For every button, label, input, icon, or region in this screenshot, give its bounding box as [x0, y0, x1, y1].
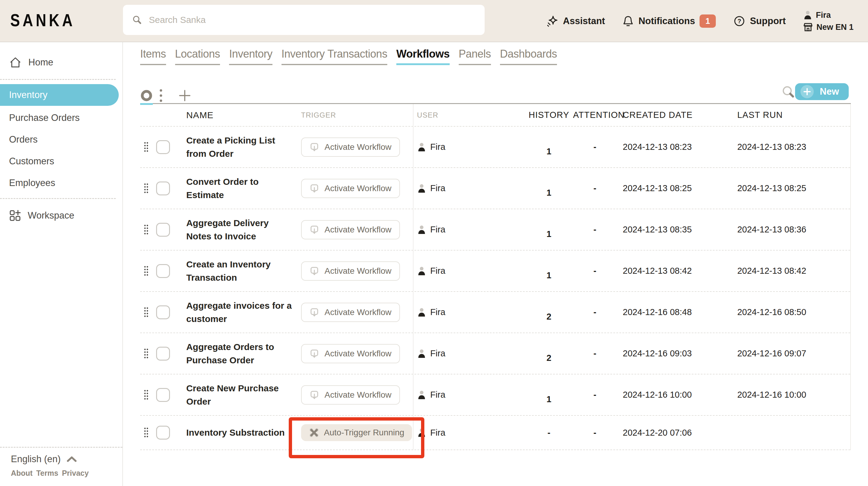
sidebar-item-orders[interactable]: Orders: [0, 129, 122, 150]
new-button-label: New: [820, 86, 839, 97]
sidebar-divider: [0, 79, 116, 80]
workflow-name[interactable]: Create a Picking List from Order: [174, 134, 298, 160]
svg-text:?: ?: [738, 18, 741, 24]
language-selector[interactable]: English (en): [11, 454, 122, 464]
workflow-name[interactable]: Inventory Substraction: [174, 426, 298, 439]
attention-value: -: [573, 142, 617, 152]
view-tab-circle[interactable]: [140, 89, 153, 102]
new-workflow-button[interactable]: New: [795, 83, 849, 100]
created-date: 2024-12-13 08:25: [617, 183, 710, 193]
support-button[interactable]: ? Support: [733, 15, 786, 27]
user-name: Fira: [430, 390, 445, 400]
drag-handle-icon[interactable]: [140, 141, 152, 154]
top-bar: SANKA Search Sanka Assistant Notificatio…: [0, 0, 868, 42]
table-row: Create a Picking List from Order Activat…: [140, 127, 850, 168]
table-search-icon[interactable]: [781, 84, 795, 99]
notifications-button[interactable]: Notifications 1: [622, 14, 716, 28]
sidebar-footer: English (en) About Terms Privacy: [0, 447, 122, 486]
row-checkbox[interactable]: [156, 182, 170, 195]
workflow-name[interactable]: Aggregate invoices for a customer: [174, 299, 298, 326]
history-count[interactable]: 1: [525, 270, 573, 280]
user-menu[interactable]: Fira New EN 1: [803, 10, 854, 32]
created-date: 2024-12-13 08:23: [617, 142, 710, 152]
activate-workflow-button[interactable]: Activate Workflow: [301, 262, 400, 281]
assistant-button[interactable]: Assistant: [547, 15, 605, 27]
user-name: Fira: [816, 10, 831, 20]
auto-trigger-running-badge[interactable]: Auto-Trigger Running: [301, 424, 412, 441]
activate-workflow-button[interactable]: Activate Workflow: [301, 344, 400, 363]
user-name: Fira: [430, 224, 445, 235]
col-user: USER: [417, 111, 438, 119]
sidebar-item-label: Home: [28, 57, 53, 68]
history-count[interactable]: 1: [525, 229, 573, 239]
col-history: HISTORY: [525, 110, 573, 120]
tab-workflows[interactable]: Workflows: [396, 48, 450, 65]
user-name: Fira: [430, 142, 445, 152]
sidebar-item-home[interactable]: Home: [0, 50, 122, 75]
created-date: 2024-12-16 09:03: [617, 348, 710, 359]
row-checkbox[interactable]: [156, 426, 170, 439]
sidebar-item-label: Employees: [9, 178, 55, 188]
row-checkbox[interactable]: [156, 347, 170, 361]
tab-items[interactable]: Items: [140, 48, 166, 65]
history-count[interactable]: 2: [525, 353, 573, 363]
drag-handle-icon[interactable]: [140, 388, 152, 402]
add-view-plus-icon[interactable]: [177, 88, 192, 103]
row-checkbox[interactable]: [156, 264, 170, 278]
row-checkbox[interactable]: [156, 388, 170, 402]
sidebar-item-employees[interactable]: Employees: [0, 172, 122, 194]
row-checkbox[interactable]: [156, 223, 170, 237]
view-options-kebab-icon[interactable]: [155, 88, 167, 103]
privacy-link[interactable]: Privacy: [62, 469, 89, 478]
terms-link[interactable]: Terms: [36, 469, 58, 478]
search-icon: [132, 15, 142, 25]
drag-handle-icon[interactable]: [140, 426, 152, 439]
search-placeholder: Search Sanka: [149, 15, 206, 25]
question-circle-icon: ?: [733, 15, 745, 27]
workflow-name[interactable]: Create an Inventory Transaction: [174, 258, 298, 284]
tab-panels[interactable]: Panels: [459, 48, 491, 65]
sidebar-item-label: Orders: [9, 134, 38, 145]
activate-workflow-button[interactable]: Activate Workflow: [301, 303, 400, 322]
sidebar-item-purchase-orders[interactable]: Purchase Orders: [0, 107, 122, 129]
tab-inventory[interactable]: Inventory: [229, 48, 273, 65]
history-count[interactable]: 1: [525, 147, 573, 156]
table-row: Inventory Substraction Auto-Trigger Runn…: [140, 416, 850, 450]
sidebar-item-label: Customers: [9, 156, 54, 167]
drag-handle-icon[interactable]: [140, 306, 152, 319]
activate-workflow-button[interactable]: Activate Workflow: [301, 385, 400, 404]
activate-workflow-button[interactable]: Activate Workflow: [301, 138, 400, 157]
tab-inventory-transactions[interactable]: Inventory Transactions: [281, 48, 387, 65]
notifications-count-badge: 1: [700, 14, 716, 28]
activate-workflow-button[interactable]: Activate Workflow: [301, 179, 400, 198]
global-search-input[interactable]: Search Sanka: [123, 5, 485, 35]
workflow-name[interactable]: Aggregate Orders to Purchase Order: [174, 340, 298, 367]
row-checkbox[interactable]: [156, 305, 170, 319]
drag-handle-icon[interactable]: [140, 265, 152, 278]
workflow-name[interactable]: Convert Order to Estimate: [174, 175, 298, 202]
attention-value: -: [573, 266, 617, 276]
sidebar-item-workspace[interactable]: Workspace: [0, 203, 122, 228]
tab-dashboards[interactable]: Dashboards: [500, 48, 557, 65]
activate-workflow-button[interactable]: Activate Workflow: [301, 220, 400, 239]
workflow-name[interactable]: Aggregate Delivery Notes to Invoice: [174, 216, 298, 243]
attention-value: -: [573, 183, 617, 193]
history-count[interactable]: 1: [525, 188, 573, 198]
drag-handle-icon[interactable]: [140, 182, 152, 195]
user-name: Fira: [430, 266, 445, 276]
about-link[interactable]: About: [11, 469, 33, 478]
history-count[interactable]: 1: [525, 394, 573, 404]
workflow-name[interactable]: Create New Purchase Order: [174, 382, 298, 408]
module-tabs: Items Locations Inventory Inventory Tran…: [140, 48, 557, 65]
created-date: 2024-12-16 10:00: [617, 390, 710, 400]
bell-icon: [622, 15, 634, 27]
drag-handle-icon[interactable]: [140, 347, 152, 360]
last-run-date: 2024-12-13 08:36: [710, 224, 850, 235]
drag-handle-icon[interactable]: [140, 223, 152, 236]
sidebar-item-inventory[interactable]: Inventory: [0, 84, 119, 106]
history-count[interactable]: 2: [525, 312, 573, 322]
row-checkbox[interactable]: [156, 140, 170, 154]
sidebar-item-customers[interactable]: Customers: [0, 150, 122, 172]
tab-locations[interactable]: Locations: [175, 48, 220, 65]
table-row: Aggregate invoices for a customer Activa…: [140, 292, 850, 333]
